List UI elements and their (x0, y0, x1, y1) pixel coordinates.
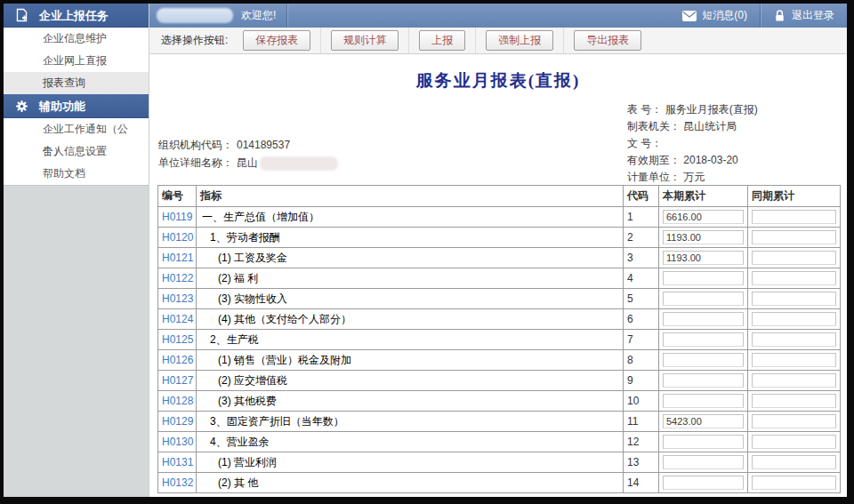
meta-label: 制表机关： (627, 120, 681, 132)
prior-period-input[interactable] (752, 353, 836, 367)
row-id-link[interactable]: H0122 (162, 272, 193, 284)
prior-period-cell (748, 412, 841, 432)
prior-period-input[interactable] (752, 312, 836, 326)
row-id-cell: H0122 (158, 268, 197, 289)
row-id-link[interactable]: H0126 (162, 354, 193, 366)
prior-period-input[interactable] (752, 210, 836, 224)
prior-period-input[interactable] (752, 394, 836, 408)
current-period-cell (659, 228, 748, 248)
row-id-link[interactable]: H0131 (162, 456, 193, 468)
row-id-link[interactable]: H0119 (162, 211, 192, 223)
current-period-cell (659, 330, 748, 350)
prior-period-input[interactable] (752, 476, 836, 490)
row-id-link[interactable]: H0121 (162, 252, 193, 264)
sidebar-item[interactable]: 企业工作通知（公告） (4, 118, 149, 140)
row-id-link[interactable]: H0125 (162, 333, 193, 346)
prior-period-input[interactable] (752, 435, 836, 449)
code-cell: 10 (624, 391, 659, 412)
code-cell: 5 (624, 289, 659, 309)
table-row: H0132(2) 其 他14 (158, 473, 841, 493)
unit-name-label: 单位详细名称： (158, 156, 233, 169)
table-row: H01304、营业盈余12 (158, 432, 841, 452)
sidebar-item[interactable]: 企业信息维护 (4, 28, 149, 50)
sidebar-section-header[interactable]: 企业上报任务 (4, 4, 149, 28)
toolbar-button[interactable]: 导出报表 (574, 30, 641, 51)
indicator-cell: (1) 销售（营业）税金及附加 (197, 350, 624, 371)
prior-period-input[interactable] (752, 373, 836, 388)
row-id-link[interactable]: H0130 (162, 436, 193, 448)
sidebar-section-header[interactable]: 辅助功能 (4, 94, 149, 118)
column-header: 同期累计 (748, 186, 841, 207)
indicator-cell: (1) 营业利润 (197, 452, 624, 473)
current-period-input[interactable] (663, 230, 744, 244)
prior-period-input[interactable] (752, 251, 836, 265)
prior-period-input[interactable] (752, 271, 836, 285)
sidebar-item[interactable]: 企业网上直报 (4, 50, 149, 72)
row-id-cell: H0128 (158, 391, 197, 412)
current-period-input[interactable] (663, 292, 744, 306)
table-row: H0131(1) 营业利润13 (158, 452, 841, 473)
current-period-input[interactable] (663, 271, 744, 285)
current-period-input[interactable] (663, 332, 744, 347)
sidebar-section-title: 辅助功能 (39, 94, 85, 118)
row-id-link[interactable]: H0132 (162, 476, 193, 489)
row-id-cell: H0127 (158, 371, 197, 391)
report-title: 服务业月报表(直报) (149, 69, 847, 92)
table-row: H0127(2) 应交增值税9 (158, 371, 841, 391)
row-id-link[interactable]: H0128 (162, 395, 193, 407)
report-meta-line: 表 号： 服务业月报表(直报) (627, 101, 758, 118)
indicator-cell: 3、固定资产折旧（当年数） (197, 412, 624, 432)
code-cell: 11 (624, 412, 659, 432)
meta-value: 万元 (683, 171, 705, 183)
sidebar-item[interactable]: 报表查询 (4, 72, 149, 94)
toolbar-divider (563, 28, 564, 53)
row-id-link[interactable]: H0124 (162, 313, 193, 325)
toolbar-button[interactable]: 规则计算 (331, 30, 399, 51)
table-row: H0122(2) 福 利4 (158, 268, 841, 289)
toolbar: 选择操作按钮: 保存报表规则计算上报强制上报导出报表 (149, 28, 847, 54)
prior-period-input[interactable] (752, 414, 836, 428)
current-period-input[interactable] (663, 353, 744, 367)
code-cell: 12 (624, 432, 659, 452)
code-cell: 7 (624, 330, 659, 350)
toolbar-button[interactable]: 上报 (419, 30, 465, 51)
org-info-block: 组织机构代码：014189537 单位详细名称：昆山 (158, 136, 338, 172)
toolbar-button[interactable]: 保存报表 (243, 30, 310, 51)
prior-period-cell (748, 330, 841, 350)
current-period-input[interactable] (663, 210, 744, 224)
indicator-cell: 一、生产总值（增加值） (197, 207, 624, 228)
sidebar-item[interactable]: 帮助文档 (4, 163, 149, 185)
current-period-input[interactable] (663, 414, 744, 428)
prior-period-cell (748, 350, 841, 371)
row-id-cell: H0125 (158, 330, 197, 350)
row-id-link[interactable]: H0120 (162, 231, 193, 244)
topbar-divider (286, 4, 287, 28)
current-period-input[interactable] (663, 312, 744, 326)
sidebar-item[interactable]: 个人信息设置 (4, 140, 149, 163)
row-id-link[interactable]: H0123 (162, 292, 193, 305)
current-period-input[interactable] (663, 476, 744, 490)
row-id-link[interactable]: H0127 (162, 374, 193, 387)
table-row: H0119一、生产总值（增加值）1 (158, 207, 841, 228)
current-period-input[interactable] (663, 251, 744, 265)
prior-period-input[interactable] (752, 455, 836, 469)
messages-button[interactable]: 短消息(0) (670, 4, 760, 28)
code-cell: 13 (624, 452, 659, 473)
prior-period-input[interactable] (752, 332, 836, 347)
prior-period-input[interactable] (752, 230, 836, 244)
prior-period-input[interactable] (752, 292, 836, 306)
row-id-link[interactable]: H0129 (162, 415, 193, 428)
current-period-input[interactable] (663, 455, 744, 469)
current-period-cell (659, 248, 748, 268)
column-header: 指标 (197, 186, 624, 207)
table-row: H01252、生产税7 (158, 330, 841, 350)
code-cell: 1 (624, 207, 659, 228)
logout-button[interactable]: 退出登录 (761, 4, 847, 28)
report-meta-line: 有效期至： 2018-03-20 (627, 152, 758, 169)
report-meta-line: 制表机关： 昆山统计局 (627, 118, 758, 135)
toolbar-button[interactable]: 强制上报 (486, 30, 553, 51)
report-meta-line: 计量单位： 万元 (627, 169, 758, 186)
current-period-input[interactable] (663, 373, 744, 388)
current-period-input[interactable] (663, 394, 744, 408)
current-period-input[interactable] (663, 435, 744, 449)
